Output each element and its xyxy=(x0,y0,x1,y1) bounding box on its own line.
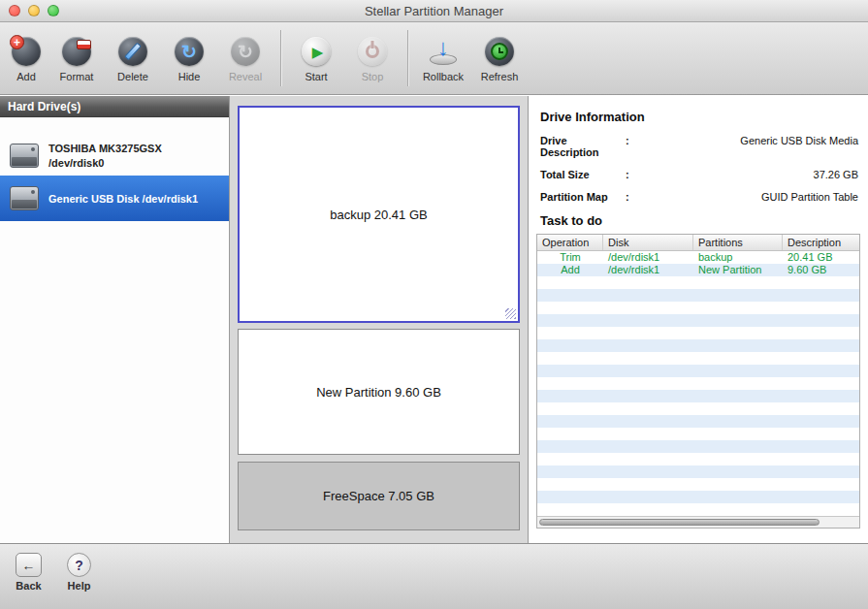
cell-partitions: backup xyxy=(693,251,783,264)
drive-name: TOSHIBA MK3275GSX xyxy=(48,143,162,154)
cell-description: 9.60 GB xyxy=(783,264,859,276)
partition-label: New Partition 9.60 GB xyxy=(316,385,441,400)
toolbar-refresh-button[interactable]: Refresh xyxy=(471,34,528,82)
toolbar-reveal-label: Reveal xyxy=(229,71,262,82)
toolbar: + Add Format Delete ↻ Hide xyxy=(0,22,868,95)
table-row[interactable]: Trim /dev/rdisk1 backup 20.41 GB xyxy=(537,251,859,264)
toolbar-format-label: Format xyxy=(60,71,94,82)
drive-info-panel: Drive Information Drive Description : Ge… xyxy=(529,96,868,543)
question-mark-icon: ? xyxy=(67,553,91,577)
partition-block-freespace[interactable]: FreeSpace 7.05 GB xyxy=(238,462,520,530)
rollback-icon: ↓ xyxy=(426,34,461,69)
partition-block-new-partition[interactable]: New Partition 9.60 GB xyxy=(238,329,520,455)
minimize-button[interactable] xyxy=(28,5,40,16)
toolbar-rollback-button[interactable]: ↓ Rollback xyxy=(415,34,471,82)
cell-description: 20.41 GB xyxy=(783,251,859,264)
refresh-icon xyxy=(482,34,517,69)
info-row-partition-map: Partition Map : GUID Partition Table xyxy=(540,191,858,203)
resize-grip-icon[interactable] xyxy=(505,308,516,319)
cell-disk: /dev/rdisk1 xyxy=(603,264,693,276)
back-arrow-icon: ← xyxy=(16,553,42,577)
sidebar-header: Hard Drive(s) xyxy=(0,96,229,117)
sidebar-item-toshiba-disk[interactable]: TOSHIBA MK3275GSX /dev/rdisk0 xyxy=(0,135,229,176)
toolbar-start-button[interactable]: ▶ Start xyxy=(288,34,344,82)
drive-information-title: Drive Information xyxy=(540,110,858,124)
info-value: GUID Partition Table xyxy=(639,191,858,203)
drive-name: Generic USB Disk /dev/rdisk1 xyxy=(48,193,198,205)
toolbar-delete-button[interactable]: Delete xyxy=(105,34,161,82)
toolbar-delete-label: Delete xyxy=(117,71,148,82)
info-value: 37.26 GB xyxy=(639,169,858,180)
sidebar-hard-drives: Hard Drive(s) TOSHIBA MK3275GSX /dev/rdi… xyxy=(0,96,230,543)
toolbar-add-button[interactable]: + Add xyxy=(4,34,48,82)
sidebar-item-generic-usb-disk[interactable]: Generic USB Disk /dev/rdisk1 xyxy=(0,176,229,221)
info-row-drive-description: Drive Description : Generic USB Disk Med… xyxy=(540,135,858,158)
help-label: Help xyxy=(68,580,91,592)
toolbar-format-button[interactable]: Format xyxy=(48,34,105,82)
info-colon: : xyxy=(626,135,639,146)
cell-operation: Add xyxy=(537,264,603,276)
hide-icon: ↻ xyxy=(172,34,207,69)
stop-icon xyxy=(355,34,390,69)
drive-device-path: /dev/rdisk0 xyxy=(48,157,162,169)
back-label: Back xyxy=(16,580,41,592)
table-row[interactable]: Add /dev/rdisk1 New Partition 9.60 GB xyxy=(537,264,859,276)
task-to-do-title: Task to do xyxy=(540,213,858,228)
toolbar-refresh-label: Refresh xyxy=(481,71,519,82)
partition-block-backup[interactable]: backup 20.41 GB xyxy=(238,106,520,323)
toolbar-separator xyxy=(407,30,408,86)
hard-drive-icon xyxy=(10,144,39,168)
info-row-total-size: Total Size : 37.26 GB xyxy=(540,169,858,180)
task-table: Operation Disk Partitions Description Tr… xyxy=(536,234,860,529)
partition-map-panel: backup 20.41 GB New Partition 9.60 GB Fr… xyxy=(230,96,529,543)
toolbar-stop-label: Stop xyxy=(362,71,384,82)
partition-label: FreeSpace 7.05 GB xyxy=(323,489,434,503)
zoom-button[interactable] xyxy=(48,5,59,16)
hard-drive-icon xyxy=(10,186,39,210)
toolbar-hide-button[interactable]: ↻ Hide xyxy=(161,34,217,82)
app-window: Stellar Partition Manager + Add Format D… xyxy=(0,0,868,609)
reveal-icon: ↻ xyxy=(228,34,263,69)
toolbar-hide-label: Hide xyxy=(178,71,201,82)
toolbar-stop-button: Stop xyxy=(344,34,401,82)
close-button[interactable] xyxy=(9,5,20,16)
column-header-partitions[interactable]: Partitions xyxy=(693,235,783,250)
window-title: Stellar Partition Manager xyxy=(0,4,868,18)
footer-bar: ← Back ? Help xyxy=(0,543,868,609)
format-icon xyxy=(59,34,94,69)
info-value: Generic USB Disk Media xyxy=(639,135,858,146)
add-icon: + xyxy=(9,34,44,69)
toolbar-rollback-label: Rollback xyxy=(423,71,464,82)
cell-operation: Trim xyxy=(537,251,603,264)
cell-partitions: New Partition xyxy=(693,264,783,276)
column-header-disk[interactable]: Disk xyxy=(603,235,693,250)
help-button[interactable]: ? Help xyxy=(67,553,91,592)
partition-label: backup 20.41 GB xyxy=(330,208,427,222)
column-header-description[interactable]: Description xyxy=(783,235,859,250)
info-label: Drive Description xyxy=(540,135,626,158)
info-label: Total Size xyxy=(540,169,626,180)
task-table-body: Trim /dev/rdisk1 backup 20.41 GB Add /de… xyxy=(537,251,859,516)
column-header-operation[interactable]: Operation xyxy=(537,235,603,250)
cell-disk: /dev/rdisk1 xyxy=(603,251,693,264)
info-colon: : xyxy=(626,169,639,180)
horizontal-scrollbar[interactable] xyxy=(537,516,859,528)
task-table-header: Operation Disk Partitions Description xyxy=(537,235,859,251)
info-colon: : xyxy=(626,191,639,203)
traffic-lights xyxy=(9,5,59,16)
titlebar: Stellar Partition Manager xyxy=(0,0,868,22)
start-icon: ▶ xyxy=(299,34,334,69)
back-button[interactable]: ← Back xyxy=(16,553,42,592)
toolbar-start-label: Start xyxy=(305,71,327,82)
scrollbar-thumb[interactable] xyxy=(539,519,820,526)
delete-icon xyxy=(115,34,150,69)
info-label: Partition Map xyxy=(540,191,626,203)
toolbar-add-label: Add xyxy=(16,71,36,82)
toolbar-separator xyxy=(280,30,281,86)
main-content: Hard Drive(s) TOSHIBA MK3275GSX /dev/rdi… xyxy=(0,96,868,543)
toolbar-reveal-button: ↻ Reveal xyxy=(217,34,273,82)
